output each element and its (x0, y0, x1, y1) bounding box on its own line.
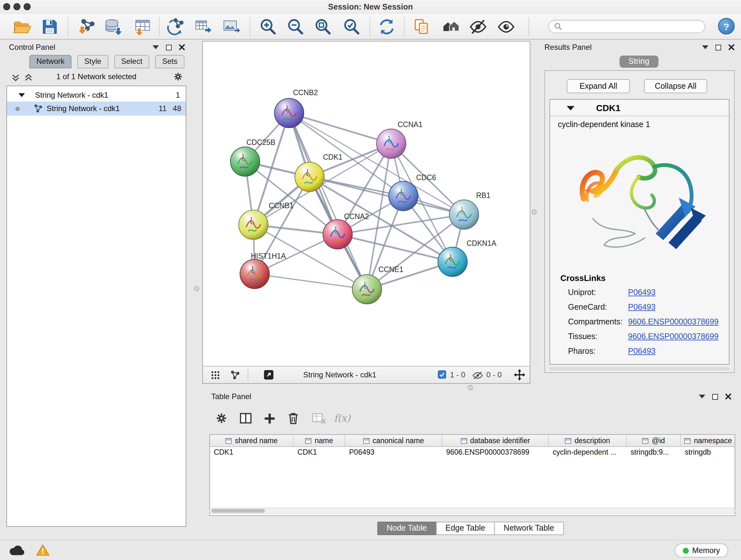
crosslink-link[interactable]: 9606.ENSP00000378699 (628, 332, 719, 341)
delete-table-button-disabled[interactable] (310, 409, 328, 427)
table-cell[interactable]: CDK1 (293, 447, 345, 458)
network-node-CDC25B[interactable] (230, 147, 260, 176)
panel-close-button[interactable] (725, 393, 731, 400)
home-button[interactable] (441, 17, 461, 37)
export-network-button[interactable] (165, 17, 186, 37)
disclosure-triangle-icon[interactable] (18, 93, 25, 97)
grid-view-button[interactable] (211, 370, 220, 382)
detach-view-button[interactable] (263, 369, 274, 382)
network-node-CCNA1[interactable] (377, 129, 406, 159)
network-node-CCNE1[interactable] (352, 274, 382, 304)
selected-checkbox-icon[interactable] (438, 370, 446, 379)
export-image-button[interactable] (221, 17, 241, 37)
table-cell[interactable]: P06493 (345, 447, 442, 458)
network-edge[interactable] (289, 113, 367, 289)
disclosure-triangle-icon[interactable] (567, 106, 575, 111)
save-session-button[interactable] (40, 17, 60, 37)
column-header-namespace[interactable]: namespace (681, 435, 735, 446)
delete-columns-button[interactable] (284, 409, 302, 427)
tab-select[interactable]: Select (114, 55, 149, 68)
documents-button[interactable] (412, 17, 432, 37)
network-node-CCNA2[interactable] (323, 220, 352, 249)
scrollbar-thumb[interactable] (211, 509, 265, 513)
tab-string[interactable]: String (619, 56, 658, 68)
column-header-database-identifier[interactable]: database identifier (442, 435, 549, 446)
show-graphics-details-button[interactable] (496, 17, 516, 37)
network-edge[interactable] (255, 274, 367, 289)
tab-style[interactable]: Style (77, 55, 108, 68)
gene-section-header[interactable]: CDK1 (550, 100, 729, 116)
table-cell[interactable]: stringdb (681, 447, 735, 458)
open-session-button[interactable] (11, 17, 32, 37)
column-header-canonical-name[interactable]: canonical name (345, 435, 442, 446)
table-cell[interactable]: 9606.ENSP00000378699 (442, 447, 549, 458)
hidden-eye-slash-icon[interactable] (472, 371, 483, 382)
search-box[interactable] (548, 20, 705, 33)
tab-network-table[interactable]: Network Table (494, 522, 563, 535)
panel-float-button[interactable] (716, 44, 721, 50)
network-node-HIST1H1A[interactable] (240, 259, 269, 289)
crosslink-link[interactable]: P06493 (628, 347, 656, 356)
network-node-CDKN1A[interactable] (438, 247, 467, 276)
network-node-CCNB2[interactable] (274, 98, 304, 128)
column-header--id[interactable]: @id (627, 435, 681, 446)
horizontal-scrollbar[interactable] (209, 508, 735, 514)
memory-button[interactable]: Memory (674, 543, 728, 557)
column-header-shared-name[interactable]: shared name (210, 435, 293, 446)
table-cell[interactable]: CDK1 (210, 447, 293, 458)
splitter-handle[interactable] (194, 286, 199, 291)
cloud-status-button[interactable] (9, 545, 24, 559)
tab-sets[interactable]: Sets (155, 55, 185, 68)
zoom-out-button[interactable] (285, 17, 306, 37)
table-options-button[interactable] (212, 409, 230, 427)
network-edge[interactable] (310, 177, 464, 214)
search-input[interactable] (565, 22, 699, 31)
function-builder-button-disabled[interactable]: f(x) (333, 409, 351, 427)
panel-collapse-button[interactable] (699, 395, 705, 398)
import-network-database-button[interactable] (103, 17, 123, 37)
warnings-button[interactable] (36, 544, 50, 559)
horizontal-scrollbar[interactable] (549, 367, 730, 370)
apply-layout-button[interactable] (377, 17, 397, 37)
import-table-button[interactable] (132, 17, 152, 37)
table-cell[interactable]: cyclin-dependent ... (549, 447, 627, 458)
network-options-button[interactable] (173, 71, 183, 84)
tab-network[interactable]: Network (29, 55, 71, 68)
panel-collapse-button[interactable] (702, 45, 709, 49)
network-view-button[interactable] (230, 370, 240, 382)
hide-graphics-details-button[interactable] (468, 17, 488, 37)
splitter-handle[interactable] (468, 385, 473, 390)
create-column-button[interactable] (260, 409, 278, 427)
network-edge[interactable] (289, 113, 391, 144)
show-columns-button[interactable] (237, 409, 255, 427)
zoom-selected-button[interactable] (341, 17, 362, 37)
network-row-selected[interactable]: String Network - cdk1 11 48 (7, 102, 186, 116)
crosslink-link[interactable]: P06493 (628, 288, 656, 297)
import-network-file-button[interactable] (75, 17, 96, 37)
zoom-in-button[interactable] (258, 17, 278, 37)
panel-close-button[interactable] (179, 44, 185, 51)
splitter-handle[interactable] (532, 209, 537, 214)
column-header-description[interactable]: description (549, 435, 627, 446)
panel-float-button[interactable] (712, 394, 718, 399)
network-node-CDK1[interactable] (295, 162, 324, 192)
network-collection-row[interactable]: String Network - cdk1 1 (7, 89, 186, 102)
zoom-fit-button[interactable] (313, 17, 333, 37)
panel-float-button[interactable] (166, 44, 172, 50)
pan-mode-button[interactable] (514, 369, 525, 382)
tab-node-table[interactable]: Node Table (377, 522, 436, 535)
network-node-CCNB1[interactable] (239, 210, 268, 240)
crosslink-link[interactable]: 9606.ENSP00000378699 (628, 317, 719, 326)
crosslink-link[interactable]: P06493 (628, 303, 656, 312)
network-node-CDC6[interactable] (389, 181, 418, 211)
export-table-button[interactable] (193, 17, 213, 37)
network-node-RB1[interactable] (449, 200, 479, 229)
expand-all-button[interactable]: Expand All (567, 79, 630, 93)
collapse-all-button[interactable]: Collapse All (644, 79, 707, 93)
table-row[interactable]: CDK1CDK1P064939606.ENSP00000378699cyclin… (210, 447, 735, 458)
panel-collapse-button[interactable] (152, 45, 159, 49)
tab-edge-table[interactable]: Edge Table (436, 522, 495, 535)
table-cell[interactable]: stringdb:9... (627, 447, 681, 458)
panel-close-button[interactable] (728, 44, 735, 51)
column-header-name[interactable]: name (293, 435, 345, 446)
